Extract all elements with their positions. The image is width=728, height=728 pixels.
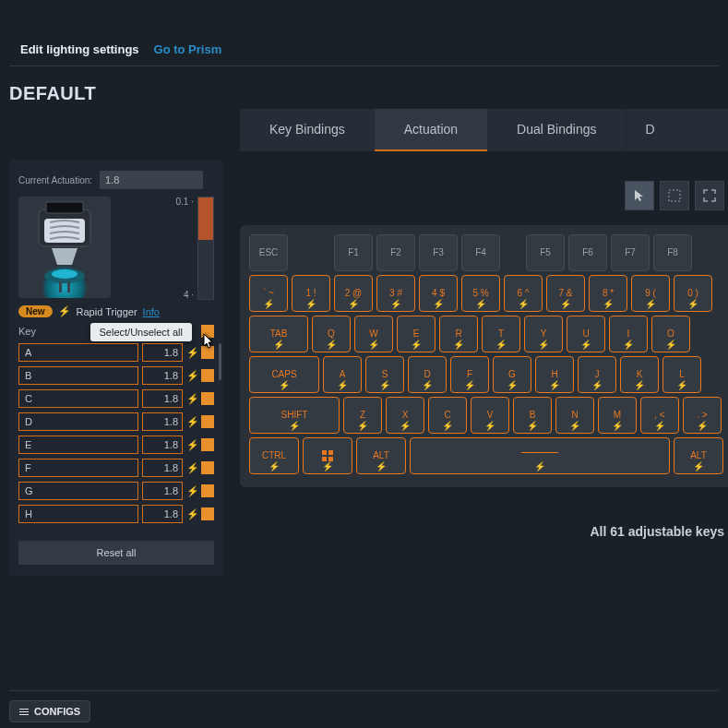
key-i[interactable]: I⚡ xyxy=(609,316,648,352)
key-f4[interactable]: F4 xyxy=(461,234,500,271)
tab-d[interactable]: D xyxy=(626,109,663,151)
key-5[interactable]: 5 %⚡ xyxy=(461,275,500,312)
key-name-cell[interactable]: H xyxy=(18,505,138,523)
key-q[interactable]: Q⚡ xyxy=(312,316,351,352)
key-value-cell[interactable]: 1.8 xyxy=(142,366,183,385)
key-4[interactable]: 4 $⚡ xyxy=(419,275,458,312)
key-shift[interactable]: SHIFT⚡ xyxy=(249,397,340,434)
key-checkbox[interactable] xyxy=(201,461,214,474)
key-checkbox[interactable] xyxy=(201,484,214,497)
key-win[interactable]: ⚡ xyxy=(303,437,352,474)
key-n[interactable]: N⚡ xyxy=(555,397,594,434)
key-checkbox[interactable] xyxy=(201,507,214,520)
config-tabs: Key BindingsActuationDual BindingsD xyxy=(240,109,728,151)
key-name-cell[interactable]: C xyxy=(18,389,138,408)
key-name-cell[interactable]: D xyxy=(18,412,138,431)
key-f3[interactable]: F3 xyxy=(419,234,458,271)
rapid-trigger-info-link[interactable]: Info xyxy=(143,306,160,317)
key-value-cell[interactable]: 1.8 xyxy=(142,505,183,523)
key-w[interactable]: W⚡ xyxy=(354,316,393,352)
key-0[interactable]: 0 )⚡ xyxy=(674,275,712,312)
key-d[interactable]: D⚡ xyxy=(408,356,447,393)
key-name-cell[interactable]: F xyxy=(18,459,138,477)
key-list-scrollbar[interactable] xyxy=(219,343,221,380)
tab-dual-bindings[interactable]: Dual Bindings xyxy=(487,109,626,151)
key-3[interactable]: 3 #⚡ xyxy=(376,275,415,312)
key-checkbox[interactable] xyxy=(201,392,214,405)
key-name-cell[interactable]: G xyxy=(18,482,138,500)
key-f6[interactable]: F6 xyxy=(568,234,607,271)
key-row: G1.8⚡ xyxy=(18,482,214,500)
key-space[interactable]: ⚡ xyxy=(410,437,670,474)
fullscreen-tool-button[interactable] xyxy=(695,181,724,210)
key-name-cell[interactable]: E xyxy=(18,436,138,454)
key-f5[interactable]: F5 xyxy=(526,234,565,271)
key-z[interactable]: Z⚡ xyxy=(343,397,382,434)
key-h[interactable]: H⚡ xyxy=(535,356,574,393)
key-y[interactable]: Y⚡ xyxy=(524,316,563,352)
key-b[interactable]: B⚡ xyxy=(513,397,552,434)
key-esc[interactable]: ESC xyxy=(249,234,288,271)
key-6[interactable]: 6 ^⚡ xyxy=(504,275,543,312)
key-m[interactable]: M⚡ xyxy=(598,397,637,434)
key-k[interactable]: K⚡ xyxy=(620,356,659,393)
bolt-icon: ⚡ xyxy=(186,508,197,520)
current-actuation-input[interactable] xyxy=(100,171,203,189)
key-checkbox[interactable] xyxy=(201,438,214,451)
key-value-cell[interactable]: 1.8 xyxy=(142,343,183,362)
key-f[interactable]: F⚡ xyxy=(450,356,489,393)
key-checkbox[interactable] xyxy=(201,415,214,428)
key-caps[interactable]: CAPS⚡ xyxy=(249,356,319,393)
key-v[interactable]: V⚡ xyxy=(471,397,509,434)
key-checkbox[interactable] xyxy=(201,369,214,382)
key-2[interactable]: 2 @⚡ xyxy=(334,275,373,312)
tab-actuation[interactable]: Actuation xyxy=(375,109,487,151)
key-e[interactable]: E⚡ xyxy=(397,316,436,352)
key-7[interactable]: 7 &⚡ xyxy=(546,275,585,312)
key-value-cell[interactable]: 1.8 xyxy=(142,389,183,408)
key-tab[interactable]: TAB⚡ xyxy=(249,316,308,352)
key-value-cell[interactable]: 1.8 xyxy=(142,459,183,477)
key-f7[interactable]: F7 xyxy=(611,234,650,271)
key-name-cell[interactable]: A xyxy=(18,343,138,362)
key-[interactable]: ` ~⚡ xyxy=(249,275,288,312)
key-a[interactable]: A⚡ xyxy=(323,356,362,393)
tab-key-bindings[interactable]: Key Bindings xyxy=(240,109,375,151)
key-l[interactable]: L⚡ xyxy=(662,356,701,393)
key-f1[interactable]: F1 xyxy=(334,234,373,271)
key-[interactable]: . >⚡ xyxy=(683,397,722,434)
reset-all-button[interactable]: Reset all xyxy=(18,541,214,565)
key-value-cell[interactable]: 1.8 xyxy=(142,482,183,500)
key-x[interactable]: X⚡ xyxy=(386,397,424,434)
key-8[interactable]: 8 *⚡ xyxy=(589,275,627,312)
new-badge: New xyxy=(18,305,53,317)
key-f2[interactable]: F2 xyxy=(376,234,415,271)
svg-rect-9 xyxy=(322,450,327,455)
key-alt[interactable]: ALT⚡ xyxy=(674,437,723,474)
key-[interactable]: , <⚡ xyxy=(640,397,679,434)
pointer-tool-button[interactable] xyxy=(625,181,654,210)
key-r[interactable]: R⚡ xyxy=(439,316,478,352)
key-value-cell[interactable]: 1.8 xyxy=(142,436,183,454)
key-g[interactable]: G⚡ xyxy=(493,356,531,393)
key-o[interactable]: O⚡ xyxy=(651,316,690,352)
key-1[interactable]: 1 !⚡ xyxy=(292,275,330,312)
key-value-cell[interactable]: 1.8 xyxy=(142,412,183,431)
configs-button[interactable]: CONFIGS xyxy=(9,700,90,722)
go-to-prism-link[interactable]: Go to Prism xyxy=(154,42,222,56)
key-c[interactable]: C⚡ xyxy=(428,397,467,434)
select-tool-button[interactable] xyxy=(660,181,689,210)
key-9[interactable]: 9 (⚡ xyxy=(631,275,670,312)
key-alt[interactable]: ALT⚡ xyxy=(356,437,406,474)
key-name-cell[interactable]: B xyxy=(18,366,138,385)
scale-min-label: 0.1 · xyxy=(176,197,194,207)
actuation-scale[interactable] xyxy=(197,197,214,300)
key-t[interactable]: T⚡ xyxy=(482,316,520,352)
key-u[interactable]: U⚡ xyxy=(567,316,605,352)
key-ctrl[interactable]: CTRL⚡ xyxy=(249,437,299,474)
bolt-icon: ⚡ xyxy=(58,305,71,317)
key-f8[interactable]: F8 xyxy=(653,234,692,271)
key-j[interactable]: J⚡ xyxy=(578,356,616,393)
key-s[interactable]: S⚡ xyxy=(365,356,404,393)
key-row: F1.8⚡ xyxy=(18,459,214,477)
